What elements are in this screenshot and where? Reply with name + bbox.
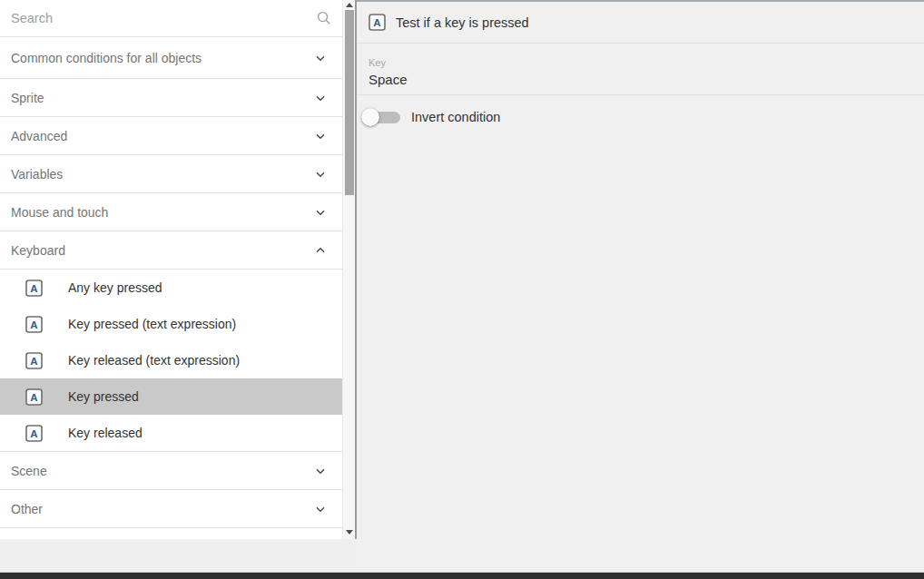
keyboard-items-group: A Any key pressed A Key pressed (text ex… [0,270,342,452]
dialog-footer [0,539,357,573]
scrollbar-up-arrow[interactable] [343,0,356,10]
item-label: Key pressed [68,389,139,404]
item-label: Key pressed (text expression) [68,317,236,331]
sidebar-section-advanced[interactable]: Advanced [0,117,342,155]
window-bottom-bar [0,573,924,579]
svg-text:A: A [30,391,37,402]
keyboard-key-icon: A [25,280,43,297]
sidebar-scrollbar[interactable] [342,0,355,539]
keyboard-key-icon: A [25,425,43,442]
sidebar-section-mouse-and-touch[interactable]: Mouse and touch [0,193,342,231]
condition-title: Test if a key is pressed [396,15,529,30]
svg-text:A: A [30,427,37,438]
section-label: Sprite [11,91,44,105]
invert-condition-toggle[interactable] [361,108,401,126]
key-parameter-field: Key Space [357,44,924,95]
chevron-up-icon [313,243,328,258]
condition-item-key-released-text-expression[interactable]: A Key released (text expression) [0,342,342,378]
chevron-down-icon [313,51,328,65]
sidebar-section-common-conditions[interactable]: Common conditions for all objects [0,37,342,79]
condition-item-key-pressed[interactable]: A Key pressed [0,378,342,415]
conditions-sidebar: Common conditions for all objects Sprite… [0,0,342,539]
svg-text:A: A [373,17,380,28]
chevron-down-icon [313,464,328,478]
chevron-down-icon [313,502,328,516]
section-label: Variables [11,167,63,182]
scrollbar-down-arrow[interactable] [343,527,356,537]
toggle-knob [361,108,379,126]
chevron-down-icon [313,129,328,143]
sidebar-section-sprite[interactable]: Sprite [0,79,342,117]
key-field-value[interactable]: Space [369,72,924,87]
keyboard-key-icon: A [369,14,386,31]
chevron-down-icon [313,205,328,220]
sidebar-section-other[interactable]: Other [0,490,342,528]
scrollbar-thumb[interactable] [345,10,354,195]
search-icon [317,11,331,25]
condition-item-any-key-pressed[interactable]: A Any key pressed [0,270,342,306]
section-label: Mouse and touch [11,205,108,220]
keyboard-key-icon: A [25,316,43,333]
keyboard-key-icon: A [25,388,43,406]
chevron-down-icon [313,167,328,182]
sidebar-section-keyboard[interactable]: Keyboard [0,231,342,270]
condition-detail-panel: A Test if a key is pressed Key Space Inv… [357,0,924,573]
sidebar-section-variables[interactable]: Variables [0,155,342,193]
svg-text:A: A [30,282,37,293]
chevron-down-icon [313,91,328,105]
section-label: Advanced [11,129,67,143]
condition-item-key-pressed-text-expression[interactable]: A Key pressed (text expression) [0,306,342,342]
item-label: Any key pressed [68,280,162,295]
section-label: Common conditions for all objects [11,51,202,65]
invert-condition-label: Invert condition [411,110,500,124]
condition-item-key-released[interactable]: A Key released [0,415,342,451]
search-bar [0,0,342,37]
search-input[interactable] [11,11,317,25]
clipped-next-row [0,528,342,539]
sidebar-section-scene[interactable]: Scene [0,452,342,490]
condition-header: A Test if a key is pressed [357,2,924,44]
svg-text:A: A [30,355,37,366]
keyboard-key-icon: A [25,352,43,369]
section-label: Scene [11,464,47,478]
section-label: Other [11,502,43,516]
condition-picker-dialog: Common conditions for all objects Sprite… [0,0,924,579]
svg-text:A: A [30,319,37,329]
invert-condition-row: Invert condition [357,95,924,126]
item-label: Key released (text expression) [68,353,240,368]
section-label: Keyboard [11,243,65,258]
key-field-label: Key [369,57,924,68]
item-label: Key released [68,426,143,440]
